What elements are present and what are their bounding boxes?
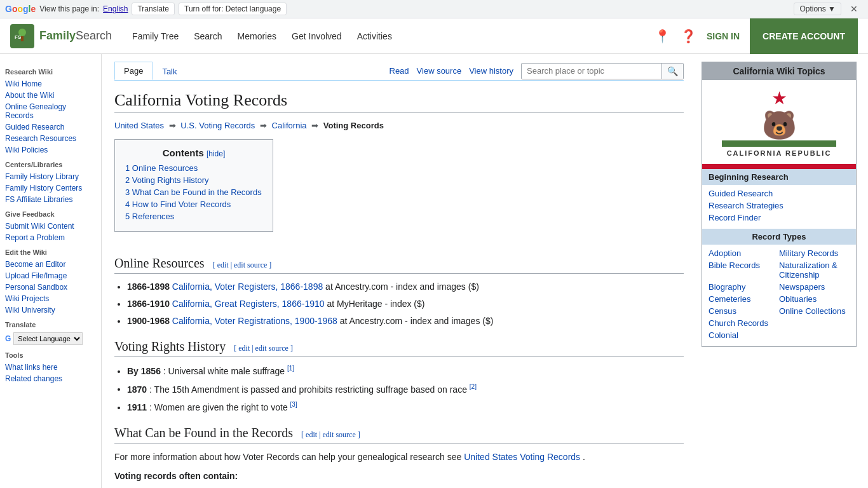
voting-rights-edit-link[interactable]: [ edit | edit source ] <box>234 344 293 353</box>
sidebar-item-wiki-projects[interactable]: Wiki Projects <box>5 294 96 303</box>
voting-right-sup-2[interactable]: [2] <box>470 383 477 390</box>
left-sidebar: Research Wiki Wiki Home About the Wiki O… <box>0 54 102 488</box>
contents-link-4[interactable]: 4 How to Find Voter Records <box>125 200 231 209</box>
tab-view-source[interactable]: View source <box>417 66 462 76</box>
sidebar-item-family-history-library[interactable]: Family History Library <box>5 172 96 181</box>
online-resources-edit-link[interactable]: [ edit | edit source ] <box>213 261 272 269</box>
tab-page[interactable]: Page <box>114 62 153 80</box>
nav-family-tree[interactable]: Family Tree <box>132 31 179 41</box>
online-resource-years-3: 1900-1968 <box>127 316 170 326</box>
tab-view-history[interactable]: View history <box>469 66 513 76</box>
translate-button[interactable]: Translate <box>132 3 175 15</box>
online-resource-link-1[interactable]: California, Voter Registers, 1866-1898 <box>172 281 323 292</box>
sidebar-item-family-history-centers[interactable]: Family History Centers <box>5 184 96 193</box>
tab-talk[interactable]: Talk <box>153 62 186 80</box>
article-title: California Voting Records <box>114 91 684 113</box>
online-resource-suffix-3: at Ancestry.com - index and images ($) <box>340 316 494 326</box>
voting-right-sup-3[interactable]: [3] <box>290 401 297 408</box>
contents-link-5[interactable]: 5 References <box>125 212 174 221</box>
online-resources-list: 1866-1898 California, Voter Registers, 1… <box>127 280 684 328</box>
record-type-biography: Biography <box>709 282 779 292</box>
sidebar-item-wiki-policies[interactable]: Wiki Policies <box>5 146 96 154</box>
contents-link-3[interactable]: 3 What Can be Found in the Records <box>125 187 262 197</box>
voting-rights-list: By 1856 : Universal white male suffrage … <box>127 363 684 414</box>
contents-item-3: 3 What Can be Found in the Records <box>125 187 262 197</box>
breadcrumb-california[interactable]: California <box>272 121 307 130</box>
nav-get-involved[interactable]: Get Involved <box>292 31 342 41</box>
main-content-area: Page Talk Read View source View history … <box>102 54 696 488</box>
select-language-dropdown[interactable]: Select Language <box>13 332 83 345</box>
sidebar-item-upload-file[interactable]: Upload File/Image <box>5 271 96 280</box>
sign-in-button[interactable]: SIGN IN <box>707 31 740 41</box>
sidebar-item-wiki-home[interactable]: Wiki Home <box>5 79 96 88</box>
online-resource-item-1: 1866-1898 California, Voter Registers, 1… <box>127 280 684 294</box>
nav-activities[interactable]: Activities <box>357 31 392 41</box>
help-icon[interactable]: ❓ <box>681 29 696 44</box>
turn-off-button[interactable]: Turn off for: Detect language <box>179 3 287 15</box>
guided-research-link[interactable]: Guided Research <box>709 189 773 198</box>
us-voting-records-link[interactable]: United States Voting Records <box>464 452 580 462</box>
sidebar-item-research-resources[interactable]: Research Resources <box>5 134 96 143</box>
language-link[interactable]: English <box>103 4 128 13</box>
familysearch-logo-icon: FS <box>10 24 34 48</box>
voting-right-text-2: : The 15th Amendment is passed and prohi… <box>149 384 467 394</box>
voting-right-year-2: 1870 <box>127 384 147 394</box>
google-translate-logo: G <box>5 334 11 343</box>
sidebar-item-submit-wiki[interactable]: Submit Wiki Content <box>5 222 96 231</box>
sidebar-item-guided-research[interactable]: Guided Research <box>5 123 96 132</box>
centers-libraries-title: Centers/Libraries <box>5 161 96 168</box>
what-found-edit-link[interactable]: [ edit | edit source ] <box>301 430 360 439</box>
record-types-title: Record Types <box>702 229 856 245</box>
contents-hide[interactable]: [hide] <box>207 149 225 158</box>
sidebar-item-personal-sandbox[interactable]: Personal Sandbox <box>5 283 96 292</box>
what-found-heading: What Can be Found in the Records [ edit … <box>114 426 684 444</box>
beginning-research-item-3: Record Finder <box>709 213 850 222</box>
voting-right-year-3: 1911 <box>127 402 147 412</box>
sidebar-item-become-editor[interactable]: Become an Editor <box>5 260 96 269</box>
close-button[interactable]: ✕ <box>845 3 863 15</box>
voting-rights-edit: [ edit | edit source ] <box>234 344 293 353</box>
online-resource-link-2[interactable]: California, Great Registers, 1866-1910 <box>172 299 325 309</box>
what-found-para1: For more information about how Voter Rec… <box>114 450 684 464</box>
record-types-grid: Adoption Military Records Bible Records … <box>702 245 856 346</box>
online-resource-link-3[interactable]: California, Voter Registrations, 1900-19… <box>172 316 337 326</box>
breadcrumb-united-states[interactable]: United States <box>114 121 164 130</box>
voting-right-item-2: 1870 : The 15th Amendment is passed and … <box>127 382 684 396</box>
research-wiki-title: Research Wiki <box>5 68 96 76</box>
contents-link-1[interactable]: 1 Online Resources <box>125 163 198 173</box>
breadcrumb-arrow-2: ➡ <box>260 121 267 130</box>
record-finder-link[interactable]: Record Finder <box>709 213 761 222</box>
create-account-button[interactable]: CREATE ACCOUNT <box>750 18 858 54</box>
location-icon[interactable]: 📍 <box>654 29 670 44</box>
tab-read[interactable]: Read <box>390 66 409 76</box>
sidebar-item-what-links-here[interactable]: What links here <box>5 363 96 372</box>
sidebar-item-online-genealogy[interactable]: Online Genealogy Records <box>5 102 96 120</box>
tab-right-group: Read View source View history 🔍 <box>390 63 684 79</box>
record-type-online-collections: Online Collections <box>779 306 850 316</box>
contents-link-2[interactable]: 2 Voting Rights History <box>125 175 209 185</box>
sidebar-item-report-problem[interactable]: Report a Problem <box>5 233 96 242</box>
california-flag: ★ 🐻 CALIFORNIA REPUBLIC <box>702 80 856 169</box>
sidebar-item-wiki-university[interactable]: Wiki University <box>5 306 96 315</box>
svg-rect-3 <box>21 36 24 41</box>
online-resource-suffix-1: at Ancestry.com - index and images ($) <box>325 281 479 292</box>
record-type-bible: Bible Records <box>709 261 779 280</box>
research-strategies-link[interactable]: Research Strategies <box>709 201 783 210</box>
wiki-search-input[interactable] <box>522 64 661 78</box>
wiki-search-button[interactable]: 🔍 <box>661 64 683 79</box>
voting-right-year-1: By 1856 <box>127 366 161 376</box>
beginning-research-list: Guided Research Research Strategies Reco… <box>702 185 856 229</box>
voting-right-text-1: : Universal white male suffrage <box>163 366 285 376</box>
ca-grass <box>722 140 836 147</box>
online-resources-heading: Online Resources [ edit | edit source ] <box>114 256 684 274</box>
options-button[interactable]: Options ▼ <box>794 3 841 15</box>
sidebar-item-about-wiki[interactable]: About the Wiki <box>5 91 96 100</box>
nav-search[interactable]: Search <box>194 31 222 41</box>
voting-right-sup-1[interactable]: [1] <box>287 365 294 372</box>
record-type-newspapers: Newspapers <box>779 282 850 292</box>
sidebar-item-fs-affiliate-libraries[interactable]: FS Affiliate Libraries <box>5 195 96 204</box>
sidebar-item-related-changes[interactable]: Related changes <box>5 374 96 383</box>
breadcrumb-us-voting[interactable]: U.S. Voting Records <box>180 121 255 130</box>
nav-memories[interactable]: Memories <box>238 31 276 41</box>
voting-right-item-1: By 1856 : Universal white male suffrage … <box>127 363 684 378</box>
